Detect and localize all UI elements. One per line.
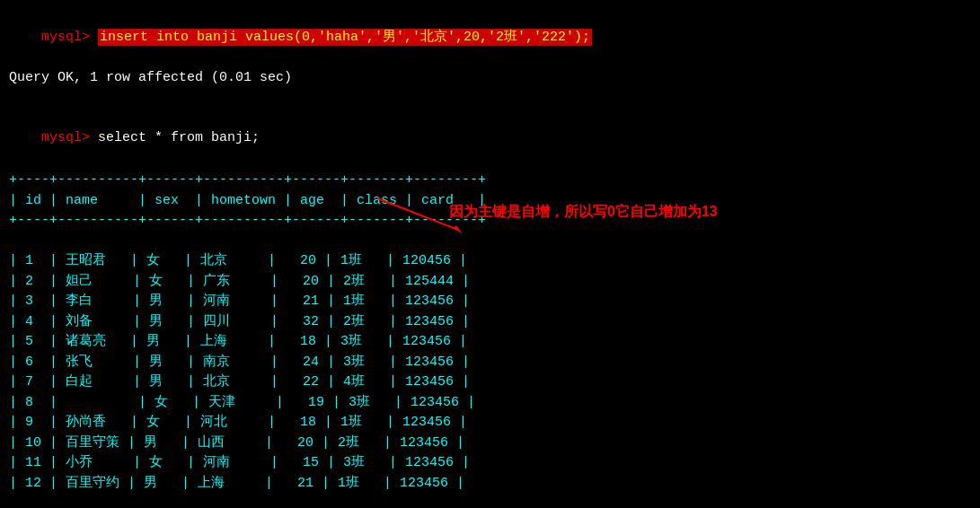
insert-command-line: mysql> insert into banji values(0,'haha'… [9, 7, 971, 68]
select-command-line: mysql> select * from banji; [9, 109, 971, 170]
svg-marker-1 [454, 225, 463, 234]
annotation-text: 因为主键是自增，所以写0它自己增加为13 [449, 203, 718, 222]
insert-command: insert into banji values(0,'haha','男','北… [98, 29, 592, 46]
table-row: | 7 | 白起 | 男 | 北京 | 22 | 4班 | 123456 | [9, 372, 971, 393]
select-command: select * from banji; [98, 130, 260, 145]
blank-line [9, 88, 971, 109]
terminal: mysql> insert into banji values(0,'haha'… [0, 0, 980, 508]
table-row: | 5 | 诸葛亮 | 男 | 上海 | 18 | 3班 | 123456 | [9, 332, 971, 353]
table-row: | 8 | | 女 | 天津 | 19 | 3班 | 123456 | [9, 393, 971, 414]
table-row: | 3 | 李白 | 男 | 河南 | 21 | 1班 | 123456 | [9, 292, 971, 312]
prompt2: mysql> [41, 130, 98, 145]
prompt1: mysql> [41, 30, 98, 45]
sep-top: +----+----------+------+----------+-----… [9, 171, 971, 191]
table-row: | 9 | 孙尚香 | 女 | 河北 | 18 | 1班 | 123456 | [9, 413, 971, 434]
query-ok-line: Query OK, 1 row affected (0.01 sec) [9, 68, 971, 89]
table-row: | 11 | 小乔 | 女 | 河南 | 15 | 3班 | 123456 | [9, 453, 971, 474]
blank-row-1 [9, 232, 971, 252]
table-row: | 2 | 妲己 | 女 | 广东 | 20 | 2班 | 125444 | [9, 272, 971, 293]
blank-row-2 [9, 494, 971, 508]
table-row: | 12 | 百里守约 | 男 | 上海 | 21 | 1班 | 123456 … [9, 474, 971, 495]
table-row: | 4 | 刘备 | 男 | 四川 | 32 | 2班 | 123456 | [9, 312, 971, 333]
table-row: | 1 | 王昭君 | 女 | 北京 | 20 | 1班 | 120456 | [9, 251, 971, 272]
svg-line-0 [377, 198, 458, 230]
table-row: | 10 | 百里守策 | 男 | 山西 | 20 | 2班 | 123456 … [9, 434, 971, 454]
table-row: | 6 | 张飞 | 男 | 南京 | 24 | 3班 | 123456 | [9, 353, 971, 373]
